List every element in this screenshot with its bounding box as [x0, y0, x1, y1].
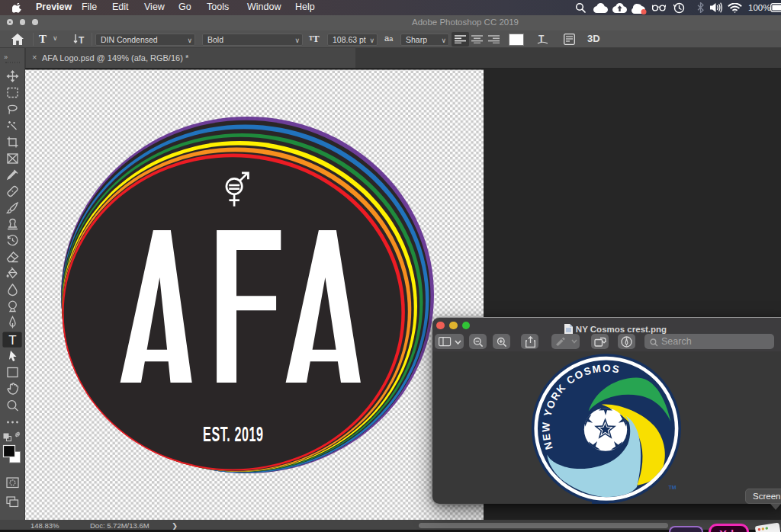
svg-text:EST. 2019: EST. 2019 — [203, 421, 263, 446]
svg-text:TM: TM — [669, 485, 677, 490]
svg-text:T: T — [79, 35, 85, 46]
svg-text:T: T — [8, 333, 16, 348]
